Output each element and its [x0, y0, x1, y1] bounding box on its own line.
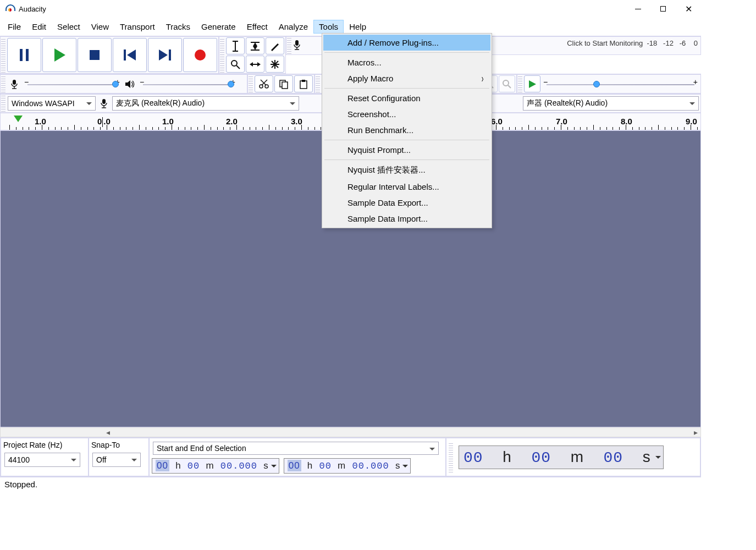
dropdown-macros[interactable]: Macros...: [323, 54, 490, 70]
zoom-out-button[interactable]: [499, 75, 515, 92]
draw-tool-button[interactable]: [266, 37, 284, 54]
svg-rect-33: [300, 81, 307, 89]
dropdown-run-benchmark[interactable]: Run Benchmark...: [323, 122, 490, 138]
svg-rect-31: [280, 80, 285, 87]
timeshift-tool-button[interactable]: [246, 56, 264, 73]
menu-tools[interactable]: Tools: [313, 20, 344, 34]
svg-line-29: [262, 80, 267, 85]
dropdown-screenshot[interactable]: Screenshot...: [323, 106, 490, 122]
window-close-button[interactable]: ✕: [676, 0, 701, 18]
svg-rect-0: [20, 49, 23, 61]
svg-rect-32: [282, 82, 288, 89]
dropdown-sample-data-export[interactable]: Sample Data Export...: [323, 195, 490, 211]
zoom-tool-button[interactable]: [226, 56, 245, 73]
dropdown-nyquist-prompt[interactable]: Nyquist Prompt...: [323, 142, 490, 158]
svg-rect-1: [26, 49, 29, 61]
playback-device-combo[interactable]: 声器 (Realtek(R) Audio): [523, 96, 699, 111]
dropdown-sample-data-import[interactable]: Sample Data Import...: [323, 211, 490, 227]
skip-start-button[interactable]: [113, 38, 147, 72]
menu-analyze[interactable]: Analyze: [273, 20, 313, 34]
asterisk-icon: [270, 59, 280, 69]
selection-end-time[interactable]: 00 h 00 m 00.000 s: [284, 458, 411, 474]
svg-rect-20: [295, 40, 299, 46]
horizontal-scrollbar[interactable]: ◂ ▸: [0, 427, 701, 437]
play-icon: [528, 80, 537, 89]
svg-marker-6: [159, 50, 168, 61]
pause-icon: [19, 49, 30, 61]
cut-button[interactable]: [255, 75, 273, 92]
dropdown-add-remove-plugins[interactable]: Add / Remove Plug-ins...: [323, 35, 490, 51]
paste-button[interactable]: [294, 75, 313, 92]
play-button[interactable]: [42, 38, 76, 72]
mic-level-icon: [7, 79, 22, 89]
play-at-speed-button[interactable]: [524, 75, 540, 92]
playback-speed-slider[interactable]: −+: [541, 78, 700, 91]
svg-point-27: [260, 85, 263, 88]
scroll-left-button[interactable]: ◂: [103, 428, 113, 437]
copy-icon: [279, 79, 289, 89]
menu-generate[interactable]: Generate: [196, 20, 241, 34]
mic-meter-icon[interactable]: [293, 40, 308, 52]
menu-help[interactable]: Help: [344, 20, 372, 34]
envelope-icon: [250, 41, 261, 51]
recording-volume-slider[interactable]: −+: [22, 78, 122, 91]
menu-transport[interactable]: Transport: [114, 20, 161, 34]
svg-marker-15: [257, 62, 261, 67]
multi-tool-button[interactable]: [266, 56, 284, 73]
svg-point-8: [195, 50, 206, 61]
pause-button[interactable]: [7, 38, 41, 72]
snap-to-combo[interactable]: Off: [92, 453, 141, 467]
svg-marker-5: [127, 50, 136, 61]
audio-host-combo[interactable]: Windows WASAPI: [8, 96, 96, 111]
dropdown-regular-interval-labels[interactable]: Regular Interval Labels...: [323, 179, 490, 195]
envelope-tool-button[interactable]: [246, 37, 264, 54]
zoom-out-icon: [502, 79, 512, 89]
project-rate-label: Project Rate (Hz): [3, 441, 86, 449]
menu-tracks[interactable]: Tracks: [161, 20, 196, 34]
svg-marker-14: [250, 62, 253, 67]
copy-button[interactable]: [274, 75, 293, 92]
pencil-icon: [270, 41, 280, 51]
svg-marker-26: [125, 80, 130, 88]
skip-end-button[interactable]: [148, 38, 182, 72]
menu-view[interactable]: View: [86, 20, 114, 34]
window-maximize-button[interactable]: [650, 0, 676, 18]
mic-device-icon: [97, 98, 111, 108]
title-bar: Audacity ✕: [0, 0, 701, 18]
menu-file[interactable]: File: [2, 20, 26, 34]
window-minimize-button[interactable]: [625, 0, 650, 18]
svg-line-19: [272, 61, 278, 68]
svg-line-12: [236, 65, 240, 69]
menu-effect[interactable]: Effect: [241, 20, 273, 34]
project-rate-combo[interactable]: 44100: [4, 453, 80, 467]
scroll-right-button[interactable]: ▸: [691, 428, 700, 437]
svg-line-18: [272, 61, 278, 68]
selection-start-time[interactable]: 00 h 00 m 00.000 s: [152, 458, 279, 474]
dropdown-nyquist-plugin-installer[interactable]: Nyquist 插件安装器...: [323, 162, 490, 179]
svg-rect-40: [102, 99, 106, 104]
skip-start-icon: [124, 50, 136, 61]
svg-rect-3: [90, 50, 100, 60]
svg-point-28: [265, 85, 268, 88]
clipboard-icon: [299, 79, 308, 89]
status-bar: Stopped.: [0, 477, 701, 491]
app-title: Audacity: [19, 5, 46, 13]
svg-rect-34: [302, 80, 305, 82]
microphone-icon: [293, 40, 301, 51]
selection-tool-button[interactable]: [226, 37, 245, 54]
recording-device-combo[interactable]: 麦克风 (Realtek(R) Audio): [112, 96, 299, 111]
svg-point-11: [231, 61, 237, 66]
playback-volume-slider[interactable]: −+: [137, 78, 238, 91]
record-button[interactable]: [183, 38, 217, 72]
stop-button[interactable]: [78, 38, 112, 72]
play-icon: [53, 48, 65, 62]
audio-position-time[interactable]: 00 h 00 m 00 s: [459, 446, 664, 469]
snap-to-label: Snap-To: [91, 441, 146, 449]
menu-select[interactable]: Select: [52, 20, 86, 34]
selection-mode-combo[interactable]: Start and End of Selection: [153, 442, 439, 455]
dropdown-apply-macro[interactable]: Apply Macro: [323, 70, 490, 86]
dropdown-reset-configuration[interactable]: Reset Configuration: [323, 90, 490, 106]
svg-marker-10: [253, 46, 257, 50]
menu-edit[interactable]: Edit: [26, 20, 52, 34]
svg-marker-39: [529, 80, 536, 88]
